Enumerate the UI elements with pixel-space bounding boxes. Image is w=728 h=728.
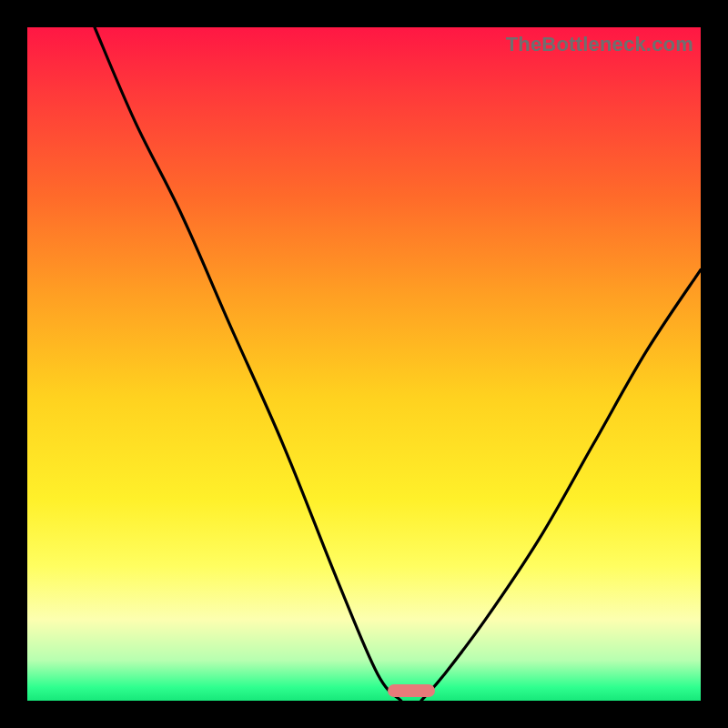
- curve-layer: [27, 27, 701, 701]
- left-curve-path: [95, 27, 401, 701]
- bottleneck-marker: [388, 684, 435, 697]
- right-curve-path: [421, 269, 701, 701]
- chart-plot-area: TheBottleneck.com: [27, 27, 701, 701]
